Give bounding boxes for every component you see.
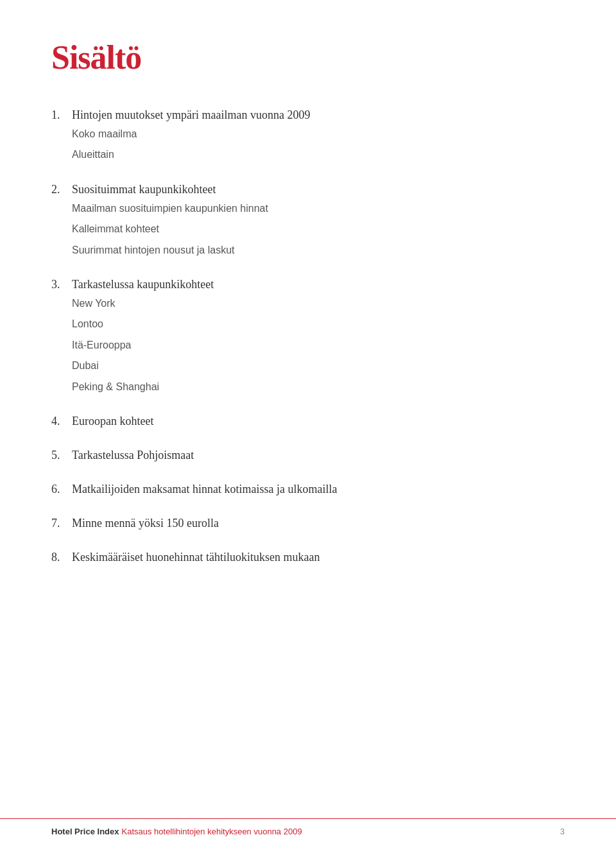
toc-number-1: 1. <box>51 108 67 122</box>
toc-sub-items-2: Maailman suosituimpien kaupunkien hinnat… <box>72 202 565 257</box>
toc-main-item-4: 4. Euroopan kohteet <box>51 415 565 428</box>
toc-main-item-2: 2. Suosituimmat kaupunkikohteet <box>51 183 565 196</box>
page-title: Sisältö <box>51 39 565 76</box>
toc-main-item-8: 8. Keskimääräiset huonehinnat tähtiluoki… <box>51 551 565 564</box>
toc-label-5: Tarkastelussa Pohjoismaat <box>72 449 194 462</box>
toc-label-6: Matkailijoiden maksamat hinnat kotimaiss… <box>72 483 337 496</box>
toc-section-5: 5. Tarkastelussa Pohjoismaat <box>51 449 565 462</box>
toc-label-4: Euroopan kohteet <box>72 415 153 428</box>
table-of-contents: 1. Hintojen muutokset ympäri maailman vu… <box>51 108 565 564</box>
list-item: Itä-Eurooppa <box>72 338 565 352</box>
list-item: Suurimmat hintojen nousut ja laskut <box>72 243 565 257</box>
list-item: Lontoo <box>72 317 565 331</box>
toc-section-8: 8. Keskimääräiset huonehinnat tähtiluoki… <box>51 551 565 564</box>
toc-number-4: 4. <box>51 415 67 428</box>
toc-number-2: 2. <box>51 183 67 196</box>
toc-main-item-1: 1. Hintojen muutokset ympäri maailman vu… <box>51 108 565 122</box>
toc-number-7: 7. <box>51 517 67 530</box>
toc-main-item-6: 6. Matkailijoiden maksamat hinnat kotima… <box>51 483 565 496</box>
toc-label-3: Tarkastelussa kaupunkikohteet <box>72 278 214 291</box>
toc-main-item-5: 5. Tarkastelussa Pohjoismaat <box>51 449 565 462</box>
toc-label-8: Keskimääräiset huonehinnat tähtiluokituk… <box>72 551 320 564</box>
list-item: New York <box>72 297 565 311</box>
footer-page-number: 3 <box>560 827 565 836</box>
toc-section-1: 1. Hintojen muutokset ympäri maailman vu… <box>51 108 565 162</box>
page-content: Sisältö 1. Hintojen muutokset ympäri maa… <box>0 0 616 812</box>
toc-number-5: 5. <box>51 449 67 462</box>
list-item: Alueittain <box>72 148 565 162</box>
toc-main-item-3: 3. Tarkastelussa kaupunkikohteet <box>51 278 565 291</box>
toc-section-7: 7. Minne mennä yöksi 150 eurolla <box>51 517 565 530</box>
list-item: Maailman suosituimpien kaupunkien hinnat <box>72 202 565 216</box>
toc-sub-items-3: New York Lontoo Itä-Eurooppa Dubai Pekin… <box>72 297 565 394</box>
footer-brand-name: Hotel Price Index <box>51 827 119 836</box>
toc-number-3: 3. <box>51 278 67 291</box>
list-item: Koko maailma <box>72 127 565 141</box>
toc-label-1: Hintojen muutokset ympäri maailman vuonn… <box>72 108 310 122</box>
toc-number-6: 6. <box>51 483 67 496</box>
toc-label-7: Minne mennä yöksi 150 eurolla <box>72 517 219 530</box>
toc-section-3: 3. Tarkastelussa kaupunkikohteet New Yor… <box>51 278 565 394</box>
toc-section-4: 4. Euroopan kohteet <box>51 415 565 428</box>
toc-section-2: 2. Suosituimmat kaupunkikohteet Maailman… <box>51 183 565 257</box>
footer-brand: Hotel Price Index Katsaus hotellihintoje… <box>51 827 302 836</box>
footer-brand-title: Hotel Price Index <box>51 827 119 836</box>
page-footer: Hotel Price Index Katsaus hotellihintoje… <box>0 818 616 844</box>
toc-label-2: Suosituimmat kaupunkikohteet <box>72 183 216 196</box>
footer-subtitle: Katsaus hotellihintojen kehitykseen vuon… <box>121 827 302 836</box>
list-item: Kalleimmat kohteet <box>72 222 565 236</box>
toc-main-item-7: 7. Minne mennä yöksi 150 eurolla <box>51 517 565 530</box>
toc-sub-items-1: Koko maailma Alueittain <box>72 127 565 162</box>
toc-section-6: 6. Matkailijoiden maksamat hinnat kotima… <box>51 483 565 496</box>
toc-number-8: 8. <box>51 551 67 564</box>
list-item: Dubai <box>72 359 565 373</box>
list-item: Peking & Shanghai <box>72 380 565 394</box>
